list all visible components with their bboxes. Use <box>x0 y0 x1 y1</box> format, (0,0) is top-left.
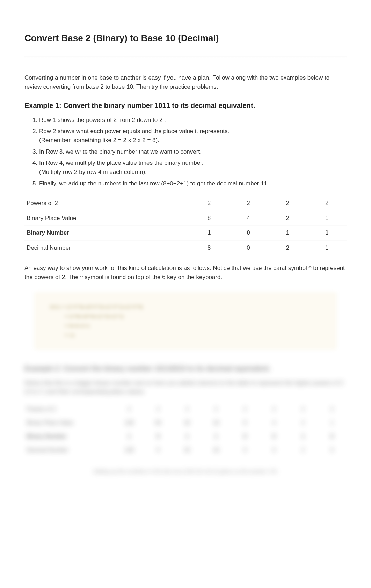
cell: 8 <box>231 416 260 429</box>
cell: 4 <box>229 211 268 226</box>
row-label: Binary Number <box>24 226 189 241</box>
table-row-binary: Binary Number 1 0 1 1 0 0 1 0 <box>24 429 347 443</box>
cell: 2 <box>115 403 144 416</box>
row-label: Powers of 2 <box>24 196 189 211</box>
cell: 64 <box>144 416 173 429</box>
cell: 0 <box>231 443 260 457</box>
cell: 1 <box>115 429 144 443</box>
cell: 1 <box>307 240 347 255</box>
page-title: Convert Base 2 (Binary) to Base 10 (Deci… <box>24 31 347 45</box>
cell: 2 <box>318 403 347 416</box>
cell: 2 <box>144 403 173 416</box>
cell: 32 <box>173 416 202 429</box>
example2-intro: Notice that this is a bigger binary numb… <box>24 378 347 396</box>
cell: 2 <box>289 443 318 457</box>
step-2-line1: Row 2 shows what each power equals and t… <box>39 128 229 134</box>
cell: 16 <box>202 443 231 457</box>
row-label: Decimal Number <box>24 240 189 255</box>
example2-footer: Adding up the numbers in the last row (1… <box>24 468 347 476</box>
cell: 2 <box>202 403 231 416</box>
cell: 2 <box>189 196 228 211</box>
cell: 2 <box>268 211 307 226</box>
cell: 1 <box>173 429 202 443</box>
work-shown-box: 1011 = (1*2^3)+(0*2^2)+(1*2^1)+(1*2^0) =… <box>35 293 336 349</box>
cell: 2 <box>289 403 318 416</box>
cell: 2 <box>268 196 307 211</box>
cell: 2 <box>231 403 260 416</box>
cell: 0 <box>231 429 260 443</box>
row-label: Binary Number <box>24 429 115 443</box>
step-5: Finally, we add up the numbers in the la… <box>39 179 347 188</box>
cell: 16 <box>202 416 231 429</box>
cell: 4 <box>260 416 289 429</box>
cell: 0 <box>318 443 347 457</box>
step-3: In Row 3, we write the binary number tha… <box>39 147 347 156</box>
cell: 0 <box>144 429 173 443</box>
intro-paragraph: Converting a number in one base to anoth… <box>24 73 347 92</box>
cell: 0 <box>229 240 268 255</box>
table-row: Decimal Number 8 0 2 1 <box>24 240 347 255</box>
example2-heading: Example 2: Convert the binary number 101… <box>24 363 347 374</box>
row-label: Binary Place Value <box>24 416 115 429</box>
cell: 1 <box>318 416 347 429</box>
table-row: Powers of 2 2 2 2 2 <box>24 196 347 211</box>
divider <box>24 56 347 58</box>
cell: 2 <box>173 403 202 416</box>
cell: 0 <box>229 226 268 241</box>
step-2-line2: (Remember, something like 2 = 2 x 2 x 2 … <box>39 136 347 145</box>
cell: 1 <box>307 211 347 226</box>
cell: 1 <box>289 429 318 443</box>
cell: 0 <box>260 429 289 443</box>
step-4-line1: In Row 4, we multiply the place value ti… <box>39 160 204 166</box>
cell: 2 <box>229 196 268 211</box>
cell: 2 <box>268 240 307 255</box>
cell: 1 <box>189 226 228 241</box>
cell: 32 <box>173 443 202 457</box>
table-row: Powers of 2 2 2 2 2 2 2 2 2 <box>24 403 347 416</box>
cell: 0 <box>318 429 347 443</box>
cell: 1 <box>268 226 307 241</box>
cell: 0 <box>144 443 173 457</box>
cell: 1 <box>202 429 231 443</box>
table-row-binary: Binary Number 1 0 1 1 <box>24 226 347 241</box>
step-4-line2: (Multiply row 2 by row 4 in each column)… <box>39 168 347 177</box>
example1-explain: An easy way to show your work for this k… <box>24 264 347 282</box>
example1-steps: Row 1 shows the powers of 2 from 2 down … <box>24 116 347 188</box>
cell: 8 <box>189 211 228 226</box>
row-label: Decimal Number <box>24 443 115 457</box>
example2-blurred: Example 2: Convert the binary number 101… <box>24 363 347 457</box>
row-label: Powers of 2 <box>24 403 115 416</box>
code-line: = (1*8)+(0*4)+(1*2)+(1*1) <box>49 311 322 321</box>
table-row: Decimal Number 128 0 32 16 0 0 2 0 <box>24 443 347 457</box>
cell: 128 <box>115 443 144 457</box>
step-1: Row 1 shows the powers of 2 from 2 down … <box>39 116 347 125</box>
table-row: Binary Place Value 8 4 2 1 <box>24 211 347 226</box>
cell: 2 <box>289 416 318 429</box>
example2-table: Powers of 2 2 2 2 2 2 2 2 2 Binary Place… <box>24 403 347 457</box>
row-label: Binary Place Value <box>24 211 189 226</box>
code-line: 1011 = (1*2^3)+(0*2^2)+(1*2^1)+(1*2^0) <box>49 302 322 311</box>
step-4: In Row 4, we multiply the place value ti… <box>39 159 347 177</box>
code-line: = 8+0+2+1 <box>49 321 322 330</box>
cell: 2 <box>260 403 289 416</box>
example1-heading: Example 1: Convert the binary number 101… <box>24 100 347 111</box>
cell: 0 <box>260 443 289 457</box>
code-line: = 11 <box>49 330 322 340</box>
cell: 8 <box>189 240 228 255</box>
cell: 128 <box>115 416 144 429</box>
step-2: Row 2 shows what each power equals and t… <box>39 127 347 145</box>
table-row: Binary Place Value 128 64 32 16 8 4 2 1 <box>24 416 347 429</box>
cell: 2 <box>307 196 347 211</box>
example1-table: Powers of 2 2 2 2 2 Binary Place Value 8… <box>24 196 347 255</box>
cell: 1 <box>307 226 347 241</box>
